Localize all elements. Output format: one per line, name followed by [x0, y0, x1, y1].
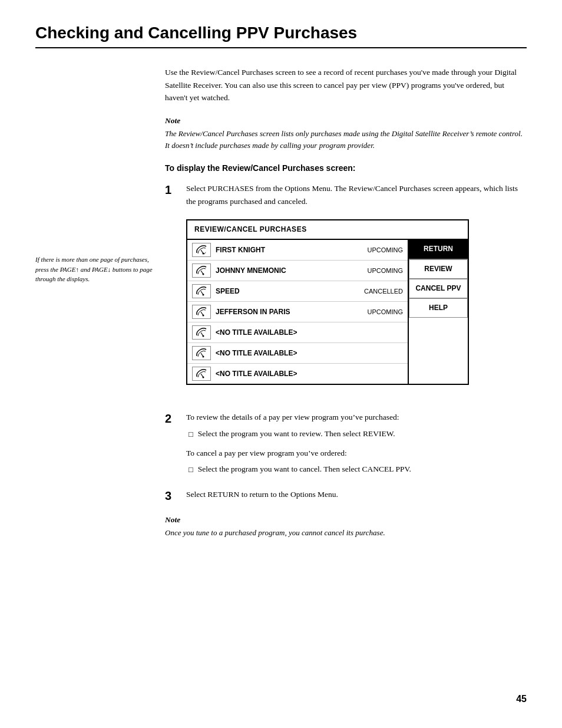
checkbox-icon: □ [189, 429, 193, 441]
screen-buttons: RETURN REVIEW CANCEL PPV HELP [409, 240, 468, 384]
row-4-status: UPCOMING [356, 307, 403, 318]
step-1: 1 Select PURCHASES from the Options Menu… [165, 182, 527, 399]
icon-cell [192, 325, 211, 340]
svg-point-10 [203, 335, 204, 337]
page-number: 45 [516, 694, 527, 704]
screen-row: SPEED CANCELLED [187, 281, 408, 302]
svg-point-6 [203, 294, 204, 296]
step-1-content: Select PURCHASES from the Options Menu. … [186, 182, 527, 399]
screen-row: JEFFERSON IN PARIS UPCOMING [187, 302, 408, 322]
content-area: If there is more than one page of purcha… [35, 66, 527, 551]
review-button[interactable]: REVIEW [409, 259, 468, 279]
screen-header: REVIEW/CANCEL PURCHASES [187, 220, 468, 240]
icon-cell [192, 346, 211, 360]
screen-row: <NO TITLE AVAILABLE> [187, 343, 408, 364]
icon-cell [192, 367, 211, 381]
screen-row: ✓ FIRST KNIGHT UPCOMING [187, 240, 408, 261]
note-block-1: Note The Review/Cancel Purchases screen … [165, 116, 527, 151]
step-3-content: Select RETURN to return to the Options M… [186, 488, 527, 501]
dish-icon [195, 368, 208, 379]
dish-icon [195, 327, 208, 338]
screen-row: JOHNNY MNEMONIC UPCOMING [187, 261, 408, 281]
step-2-cancel-label: To cancel a pay per view program you’ve … [186, 449, 347, 457]
step-1-text: Select PURCHASES from the Options Menu. … [186, 184, 518, 206]
dish-icon [195, 286, 208, 297]
cancel-ppv-button[interactable]: CANCEL PPV [409, 279, 468, 298]
dish-icon: ✓ [195, 245, 208, 255]
step-2-review-label: To review the details of a pay per view … [186, 413, 399, 421]
svg-text:✓: ✓ [203, 251, 207, 255]
step-2-content: To review the details of a pay per view … [186, 411, 527, 476]
screen-list: ✓ FIRST KNIGHT UPCOMING [187, 240, 409, 384]
intro-text: Use the Review/Cancel Purchases screen t… [165, 66, 527, 104]
section-heading: To display the Review/Cancel Purchases s… [165, 163, 527, 173]
screen-row: <NO TITLE AVAILABLE> [187, 322, 408, 343]
svg-point-4 [203, 274, 204, 275]
left-margin-note: If there is more than one page of purcha… [35, 255, 153, 284]
review-cancel-screen: REVIEW/CANCEL PURCHASES [186, 219, 469, 385]
help-button[interactable]: HELP [409, 298, 468, 318]
step-3: 3 Select RETURN to return to the Options… [165, 488, 527, 503]
screen-body: ✓ FIRST KNIGHT UPCOMING [187, 240, 468, 384]
row-4-title: JEFFERSON IN PARIS [216, 307, 351, 318]
step-2-sub-2-text: Select the program you want to cancel. T… [198, 463, 411, 476]
icon-cell [192, 284, 211, 298]
screen-row: <NO TITLE AVAILABLE> [187, 364, 408, 384]
note2-text: Once you tune to a purchased program, yo… [165, 527, 527, 539]
svg-point-12 [203, 356, 204, 358]
dish-icon [195, 348, 208, 358]
main-content: Use the Review/Cancel Purchases screen t… [165, 66, 527, 551]
checkbox-icon-2: □ [189, 464, 193, 476]
page-container: Checking and Cancelling PPV Purchases If… [0, 0, 562, 728]
icon-cell [192, 305, 211, 319]
svg-point-8 [203, 315, 204, 317]
row-5-title: <NO TITLE AVAILABLE> [216, 327, 351, 338]
note-block-2: Note Once you tune to a purchased progra… [165, 515, 527, 539]
icon-cell [192, 263, 211, 278]
icon-cell: ✓ [192, 243, 211, 257]
dish-icon [195, 265, 208, 276]
step-2-cancel-para: To cancel a pay per view program you’ve … [186, 447, 527, 460]
step-3-number: 3 [165, 488, 177, 503]
step-2: 2 To review the details of a pay per vie… [165, 411, 527, 476]
step-2-sub-1: □ Select the program you want to review.… [189, 427, 527, 441]
row-3-title: SPEED [216, 286, 351, 297]
note1-title: Note [165, 116, 527, 126]
step-2-sub-1-text: Select the program you want to review. T… [198, 427, 395, 440]
return-button[interactable]: RETURN [409, 240, 468, 259]
note2-title: Note [165, 515, 527, 525]
row-2-status: UPCOMING [356, 266, 403, 276]
page-title: Checking and Cancelling PPV Purchases [35, 24, 527, 48]
row-2-title: JOHNNY MNEMONIC [216, 265, 351, 276]
step-2-sub-2: □ Select the program you want to cancel.… [189, 463, 527, 476]
dish-icon [195, 307, 208, 317]
row-6-title: <NO TITLE AVAILABLE> [216, 348, 351, 359]
svg-point-14 [203, 377, 204, 378]
row-3-status: CANCELLED [356, 286, 403, 297]
step-3-text: Select RETURN to return to the Options M… [186, 490, 338, 499]
step-2-number: 2 [165, 411, 177, 426]
row-7-title: <NO TITLE AVAILABLE> [216, 368, 351, 380]
note1-text: The Review/Cancel Purchases screen lists… [165, 128, 527, 151]
step-1-number: 1 [165, 182, 177, 197]
row-1-status: UPCOMING [356, 245, 403, 256]
left-margin: If there is more than one page of purcha… [35, 66, 165, 551]
row-1-title: FIRST KNIGHT [216, 245, 351, 256]
